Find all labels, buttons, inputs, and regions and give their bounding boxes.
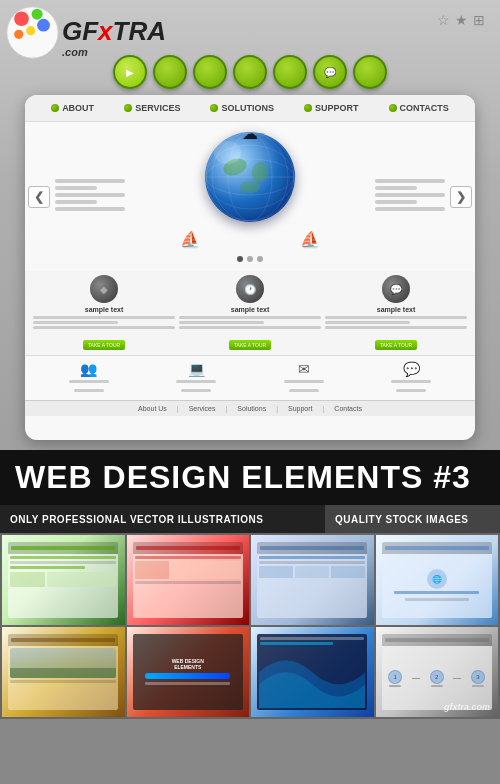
nav-btn-6[interactable] — [353, 55, 387, 89]
nav-about[interactable]: ABOUT — [51, 103, 94, 113]
sample-cards-row: ◆ sample text TAKE A TOUR 🕐 sample text — [25, 271, 475, 355]
text-line — [325, 326, 467, 329]
carousel-dots — [237, 256, 263, 262]
logo-gf: GF — [62, 16, 98, 46]
mockup-nav: ABOUT SERVICES SOLUTIONS SUPPORT CONTACT… — [25, 95, 475, 122]
mini-line — [260, 637, 364, 640]
carousel-left-arrow[interactable]: ❮ — [28, 186, 50, 208]
text-line — [55, 193, 125, 197]
star-filled-icon[interactable]: ★ — [455, 12, 468, 28]
mini-body: WEB DESIGNELEMENTS — [133, 634, 243, 711]
boat-right-icon: ⛵ — [300, 230, 320, 249]
dot-1[interactable] — [237, 256, 243, 262]
text-line — [176, 380, 216, 383]
bottom-nav-contacts[interactable]: Contacts — [334, 405, 362, 412]
dot-2[interactable] — [247, 256, 253, 262]
nav-btn-2[interactable] — [193, 55, 227, 89]
separator: | — [323, 405, 325, 412]
web-design-label: WEB DESIGNELEMENTS — [172, 658, 204, 670]
text-line — [55, 207, 125, 211]
dot-3[interactable] — [257, 256, 263, 262]
right-text-col — [375, 179, 445, 214]
mini-line — [10, 556, 116, 559]
text-line — [375, 193, 445, 197]
thumbnail-8[interactable]: 1 2 3 — [376, 627, 499, 717]
mini-line — [259, 561, 365, 564]
thumbnail-3[interactable] — [251, 535, 374, 625]
thumb-4-inner: 🌐 — [382, 542, 492, 619]
nav-btn-1[interactable] — [153, 55, 187, 89]
nav-btn-5[interactable]: 💬 — [313, 55, 347, 89]
nav-services[interactable]: SERVICES — [124, 103, 180, 113]
text-line — [181, 389, 211, 392]
thumbnail-6[interactable]: WEB DESIGNELEMENTS — [127, 627, 250, 717]
mini-body — [257, 554, 367, 619]
separator: | — [226, 405, 228, 412]
gem-icon: ◆ — [90, 275, 118, 303]
globe-grid — [205, 132, 295, 222]
text-line — [325, 316, 467, 319]
clock-icon: 🕐 — [236, 275, 264, 303]
mini-line — [260, 642, 333, 645]
thumb-6-inner: WEB DESIGNELEMENTS — [133, 634, 243, 711]
footer-col-chat: 💬 — [391, 361, 431, 395]
text-line — [55, 186, 97, 190]
footer-col-laptop: 💻 — [176, 361, 216, 395]
cloud-icon: ☁ — [242, 132, 258, 143]
thumbnail-5[interactable] — [2, 627, 125, 717]
tour-btn-2[interactable]: TAKE A TOUR — [229, 340, 271, 350]
bookmark-icon[interactable]: ⊞ — [473, 12, 485, 28]
tour-btn-1[interactable]: TAKE A TOUR — [83, 340, 125, 350]
sample-card-1: ◆ sample text TAKE A TOUR — [33, 275, 175, 351]
thumbnail-7[interactable] — [251, 627, 374, 717]
nav-btn-play[interactable]: ▶ — [113, 55, 147, 89]
mini-line — [405, 598, 469, 601]
text-line — [375, 207, 445, 211]
web-mockup: ABOUT SERVICES SOLUTIONS SUPPORT CONTACT… — [25, 95, 475, 440]
mini-body: 1 2 3 — [382, 646, 492, 711]
nav-btn-4[interactable] — [273, 55, 307, 89]
laptop-icon: 💻 — [188, 361, 205, 377]
nav-btn-3[interactable] — [233, 55, 267, 89]
thumbnail-1[interactable] — [2, 535, 125, 625]
mini-body — [8, 646, 118, 711]
text-line — [33, 326, 175, 329]
nav-support[interactable]: SUPPORT — [304, 103, 359, 113]
mini-header — [8, 542, 118, 554]
thumbnail-4[interactable]: 🌐 — [376, 535, 499, 625]
bottom-nav-about[interactable]: About Us — [138, 405, 167, 412]
mini-header — [382, 542, 492, 554]
sample-card-3: 💬 sample text TAKE A TOUR — [325, 275, 467, 351]
globe-image: ☁ — [205, 132, 295, 222]
thumb-7-inner — [257, 634, 367, 711]
mini-body: 🌐 — [382, 554, 492, 619]
logo-text: GFxTRA — [62, 18, 166, 44]
svg-point-2 — [32, 9, 43, 20]
text-line — [391, 380, 431, 383]
separator: | — [177, 405, 179, 412]
tour-btn-3[interactable]: TAKE A TOUR — [375, 340, 417, 350]
carousel-right-arrow[interactable]: ❯ — [450, 186, 472, 208]
text-line — [55, 179, 125, 183]
star-icon[interactable]: ☆ — [437, 12, 450, 28]
mini-line — [10, 561, 116, 564]
text-line — [325, 321, 410, 324]
sub-header: ONLY PROFESSIONAL VECTOR ILLUSTRATIONS Q… — [0, 505, 500, 533]
svg-point-5 — [14, 30, 23, 39]
thumb-5-inner — [8, 634, 118, 711]
svg-point-1 — [14, 11, 29, 26]
svg-point-4 — [26, 26, 35, 35]
text-line — [375, 179, 445, 183]
nav-solutions[interactable]: SOLUTIONS — [210, 103, 274, 113]
mini-header — [133, 542, 243, 554]
bottom-nav-support[interactable]: Support — [288, 405, 313, 412]
thumb-3-inner — [257, 542, 367, 619]
bottom-nav-solutions[interactable]: Solutions — [237, 405, 266, 412]
text-line — [284, 380, 324, 383]
thumbnail-2[interactable] — [127, 535, 250, 625]
people-icon: 👥 — [80, 361, 97, 377]
bottom-nav-services[interactable]: Services — [189, 405, 216, 412]
text-line — [74, 389, 104, 392]
nav-contacts[interactable]: CONTACTS — [389, 103, 449, 113]
mini-line — [394, 591, 479, 594]
